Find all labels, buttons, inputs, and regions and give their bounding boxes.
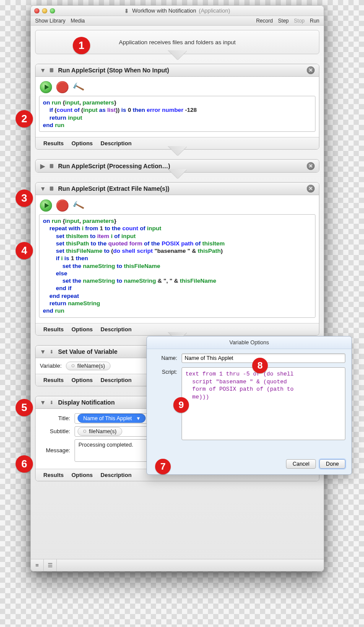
name-row: Name: [153, 353, 345, 363]
callout-6: 6 [16, 455, 33, 473]
svg-rect-1 [126, 11, 128, 13]
title-variable-value: Name of This Applet [83, 415, 132, 421]
tab-results[interactable]: Results [43, 326, 64, 333]
svg-rect-3 [50, 164, 53, 168]
disclosure-triangle-icon[interactable]: ▼ [40, 348, 45, 355]
callout-1: 1 [73, 37, 90, 54]
applescript-icon [49, 186, 55, 192]
svg-point-0 [126, 9, 128, 11]
tab-description[interactable]: Description [101, 326, 132, 333]
action-body: 🔨 on run {input, parameters} if (count o… [36, 77, 319, 137]
workflow-area: Application receives files and folders a… [31, 26, 324, 559]
message-label: Message: [40, 447, 70, 454]
stop-script-button[interactable] [56, 199, 68, 212]
tab-results[interactable]: Results [43, 377, 64, 383]
compile-hammer-icon[interactable]: 🔨 [72, 199, 85, 212]
action-run-applescript-2: ▶ Run AppleScript (Processing Action…) ✕ [35, 159, 319, 173]
popover-title: Variable Options [147, 336, 351, 349]
callout-2: 2 [16, 110, 33, 127]
stop-script-button[interactable] [56, 81, 68, 93]
action-run-applescript-3: ▼ Run AppleScript (Extract File Name(s))… [35, 182, 319, 335]
run-script-button[interactable] [40, 199, 52, 212]
script-toolbar: 🔨 [39, 199, 315, 214]
log-view-button[interactable]: ≡ [31, 559, 44, 571]
show-library-button[interactable]: Show Library [35, 18, 65, 24]
title-label: Title: [40, 415, 70, 421]
action-body: 🔨 on run {input, parameters} repeat with… [36, 195, 319, 323]
run-script-button[interactable] [40, 81, 52, 93]
tab-options[interactable]: Options [72, 140, 93, 147]
automator-action-icon [49, 399, 55, 405]
record-button[interactable]: Record [256, 18, 273, 24]
action-header[interactable]: ▼ Run AppleScript (Stop When No Input) ✕ [36, 64, 319, 77]
action-title: Run AppleScript (Extract File Name(s)) [58, 185, 169, 192]
action-run-applescript-1: ▼ Run AppleScript (Stop When No Input) ✕… [35, 64, 319, 150]
zoom-window-button[interactable] [50, 8, 55, 13]
applescript-icon [49, 67, 55, 73]
disclosure-triangle-icon[interactable]: ▼ [40, 399, 45, 406]
variable-chip[interactable]: fileName(s) [66, 362, 110, 370]
remove-action-button[interactable]: ✕ [307, 66, 315, 74]
action-title: Run AppleScript (Stop When No Input) [58, 67, 169, 74]
applescript-editor[interactable]: on run {input, parameters} repeat with i… [39, 214, 315, 317]
compile-hammer-icon[interactable]: 🔨 [72, 80, 85, 94]
tab-results[interactable]: Results [43, 140, 64, 147]
disclosure-triangle-icon[interactable]: ▼ [40, 185, 45, 192]
popover-buttons: Cancel Done [286, 459, 345, 469]
tab-description[interactable]: Description [101, 472, 132, 478]
done-button[interactable]: Done [319, 459, 345, 469]
window-type: (Application) [199, 7, 230, 14]
callout-4: 4 [16, 242, 33, 259]
tab-options[interactable]: Options [72, 326, 93, 333]
cancel-button[interactable]: Cancel [286, 459, 316, 469]
callout-5: 5 [16, 399, 33, 416]
toolbar: Show Library Media Record Step Stop Run [31, 16, 324, 26]
automator-app-icon [124, 8, 130, 14]
minimize-window-button[interactable] [42, 8, 47, 13]
svg-point-7 [51, 400, 52, 402]
callout-7: 7 [155, 459, 171, 474]
close-window-button[interactable] [34, 8, 39, 13]
message-value: Processing completed. [78, 442, 133, 448]
tab-options[interactable]: Options [72, 472, 93, 478]
action-title: Set Value of Variable [58, 348, 117, 355]
remove-action-button[interactable]: ✕ [307, 162, 315, 170]
applescript-icon [49, 163, 55, 169]
svg-point-5 [51, 349, 52, 351]
connector-nub [168, 169, 187, 179]
tab-description[interactable]: Description [101, 377, 132, 383]
bottom-bar: ≡ ☰ [31, 559, 324, 571]
stop-button[interactable]: Stop [294, 18, 305, 24]
window-title: Workflow with Notification (Application) [58, 7, 295, 14]
script-toolbar: 🔨 [39, 80, 315, 96]
workflow-input-text: Application receives files and folders a… [119, 39, 235, 46]
action-title: Display Notification [58, 399, 115, 406]
tab-results[interactable]: Results [43, 472, 64, 478]
applescript-editor[interactable]: on run {input, parameters} if (count of … [39, 96, 315, 132]
svg-rect-8 [51, 402, 52, 404]
variable-value: fileName(s) [77, 363, 105, 369]
automator-action-icon [49, 349, 55, 355]
tab-options[interactable]: Options [72, 377, 93, 383]
media-button[interactable]: Media [71, 18, 85, 24]
disclosure-triangle-icon[interactable]: ▶ [40, 163, 45, 170]
subtitle-variable-chip[interactable]: fileName(s) [78, 427, 122, 436]
svg-rect-4 [50, 186, 53, 190]
remove-action-button[interactable]: ✕ [307, 185, 315, 193]
name-label: Name: [153, 353, 177, 361]
step-button[interactable]: Step [278, 18, 289, 24]
action-title: Run AppleScript (Processing Action…) [58, 163, 170, 170]
title-variable-chip[interactable]: Name of This Applet [78, 414, 146, 423]
svg-rect-2 [50, 68, 53, 72]
svg-rect-6 [51, 351, 52, 353]
script-textarea[interactable]: text from 1 thru -5 of (do shell script … [182, 367, 345, 440]
action-header[interactable]: ▼ Run AppleScript (Extract File Name(s))… [36, 183, 319, 195]
variable-label: Variable: [40, 362, 62, 369]
disclosure-triangle-icon[interactable]: ▼ [40, 67, 45, 74]
run-button[interactable]: Run [310, 18, 319, 24]
callout-9: 9 [173, 397, 189, 413]
callout-8: 8 [252, 358, 268, 373]
tab-description[interactable]: Description [101, 140, 132, 147]
subtitle-label: Subtitle: [40, 428, 70, 434]
variables-view-button[interactable]: ☰ [44, 559, 57, 571]
